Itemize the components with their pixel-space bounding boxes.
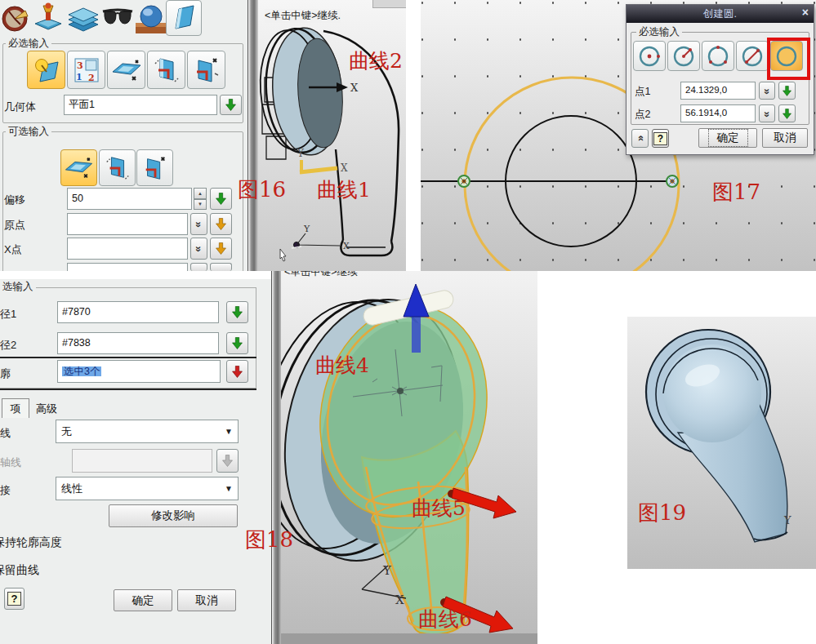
offset-field[interactable]: 50 — [67, 188, 192, 210]
profile-field[interactable]: 选中3个 — [57, 360, 221, 383]
vertical-plane-icon — [104, 154, 132, 182]
origin-options-button[interactable]: » — [190, 213, 207, 235]
surf-cancel-button[interactable]: 取消 — [177, 589, 236, 611]
axisline-field — [72, 449, 212, 473]
double-chevron-icon: » — [760, 88, 773, 93]
disc-and-curves-3d[interactable]: X Y X Y X — [258, 0, 406, 271]
circle-two-point-button[interactable] — [667, 41, 700, 71]
surf-ok-button[interactable]: 确定 — [114, 589, 172, 611]
surf-help-button[interactable]: ? — [4, 588, 25, 610]
stamp-icon[interactable] — [33, 2, 64, 35]
plane-panel: 必选输入 3 1 2 — [0, 0, 247, 271]
green-down-arrow-icon — [216, 193, 226, 205]
double-chevron-icon: » — [193, 246, 205, 251]
radius1-apply-button[interactable] — [226, 301, 248, 323]
plane-method-bulb-button[interactable] — [27, 51, 65, 89]
plane-method-123-button[interactable]: 3 1 2 — [67, 51, 105, 89]
tab-options[interactable]: 项 — [2, 398, 29, 418]
triad-x-label: X — [395, 593, 404, 607]
connect-value: 线性 — [61, 482, 82, 496]
close-button[interactable]: × — [802, 6, 809, 19]
help-button[interactable]: ? — [652, 129, 669, 148]
profile-remove-button[interactable] — [226, 360, 248, 383]
point2-field[interactable]: 56.1914,0 — [680, 104, 756, 122]
geometry-field[interactable]: 平面1 — [64, 95, 217, 115]
spinner-down-icon[interactable]: ▼ — [194, 199, 207, 211]
xpoint-apply-button[interactable] — [210, 238, 232, 260]
clipped-row-button2[interactable] — [210, 263, 232, 271]
keep-height-label: 保持轮廓高度 — [0, 535, 62, 550]
view-fig19: Y — [627, 317, 816, 569]
circle-radius-line-icon — [671, 44, 696, 68]
radius2-field[interactable]: #7838 — [57, 332, 219, 354]
glasses-icon[interactable] — [101, 7, 134, 29]
origin-apply-button[interactable] — [210, 213, 232, 235]
view-fig18: <单击中键>继续 — [281, 271, 537, 644]
radius2-apply-button[interactable] — [226, 332, 248, 354]
point1-apply-button[interactable] — [778, 82, 796, 100]
annotation-fig19: 图19 — [638, 502, 686, 524]
xpoint-field[interactable] — [67, 238, 188, 260]
layers-icon[interactable] — [67, 5, 100, 33]
red-down-arrow-icon — [232, 366, 243, 378]
gray-down-arrow-icon — [222, 455, 233, 467]
vertical-plane2-icon — [192, 56, 221, 85]
feature-toolbar — [0, 0, 245, 38]
circle-diameter-button[interactable] — [736, 41, 769, 71]
axisline-apply-button — [216, 449, 239, 473]
optional-flat-button[interactable] — [60, 149, 97, 186]
circle-three-points-icon — [706, 44, 730, 68]
annotation-curve4: 曲线4 — [315, 355, 369, 376]
circle-center-radius-button[interactable] — [633, 41, 666, 71]
modify-influence-button[interactable]: 修改影响 — [109, 504, 238, 527]
point2-label: 点2 — [635, 108, 650, 122]
sphere-icon[interactable] — [135, 3, 167, 36]
point1-field[interactable]: 24.1329,0 — [680, 82, 756, 100]
annotation-curve6: 曲线6 — [418, 609, 472, 630]
plane-tool-button[interactable] — [166, 0, 202, 36]
surface-panel: 选输入 径1 #7870 径2 #7838 廓 选中3个 项 高级 线 无 ▼ … — [0, 271, 271, 644]
radius1-label: 径1 — [0, 307, 16, 322]
origin-field[interactable] — [67, 213, 188, 235]
bulb-plane-icon — [32, 56, 61, 85]
spine-dropdown[interactable]: 无 ▼ — [56, 420, 239, 443]
vertical-plane2-icon — [141, 154, 169, 182]
sketch-point-marker[interactable] — [667, 175, 678, 187]
model-head[interactable] — [663, 344, 761, 442]
offset-apply-button[interactable] — [210, 188, 232, 210]
xpoint-options-button[interactable]: » — [190, 238, 207, 260]
plane-method-vertical1-button[interactable] — [147, 51, 185, 89]
sketch-point-marker[interactable] — [458, 175, 470, 187]
profile-label: 廓 — [0, 366, 11, 381]
rendered-model-3d[interactable] — [627, 317, 816, 569]
triad-y-label: Y — [382, 563, 392, 578]
offset-spinner[interactable]: ▲ ▼ — [194, 188, 207, 210]
double-chevron-icon: » — [193, 221, 205, 226]
circle-three-point-button[interactable] — [702, 41, 734, 71]
geometry-apply-button[interactable] — [220, 95, 242, 115]
ok-label: 确定 — [709, 130, 747, 146]
optional-vertical1-button[interactable] — [99, 149, 136, 186]
surf-group-label: 选输入 — [0, 282, 36, 292]
optional-vertical2-button[interactable] — [136, 149, 173, 186]
plane-method-flat-button[interactable] — [107, 51, 145, 89]
point1-options-button[interactable]: » — [759, 82, 775, 100]
ok-button[interactable]: 确定 — [698, 128, 757, 148]
clipped-row-button[interactable] — [190, 263, 207, 271]
radius1-field[interactable]: #7870 — [57, 301, 219, 323]
circle-center-icon — [637, 44, 662, 68]
spinner-up-icon[interactable]: ▲ — [194, 188, 207, 199]
connect-dropdown[interactable]: 线性 ▼ — [56, 477, 239, 500]
panel-divider[interactable] — [247, 0, 259, 271]
tab-advanced[interactable]: 高级 — [36, 402, 57, 416]
point2-options-button[interactable]: » — [759, 104, 775, 122]
swept-surface-3d[interactable]: Y X — [281, 271, 537, 644]
dialog-titlebar[interactable]: 创建圆. × — [626, 5, 814, 23]
collapse-button[interactable]: » — [631, 129, 649, 148]
cancel-button[interactable]: 取消 — [762, 128, 808, 148]
clipped-row-field[interactable] — [67, 263, 188, 271]
gauge-icon[interactable] — [1, 3, 30, 33]
axis-x-label: X — [350, 82, 359, 94]
plane-method-vertical2-button[interactable] — [187, 51, 225, 89]
point2-apply-button[interactable] — [778, 104, 796, 122]
